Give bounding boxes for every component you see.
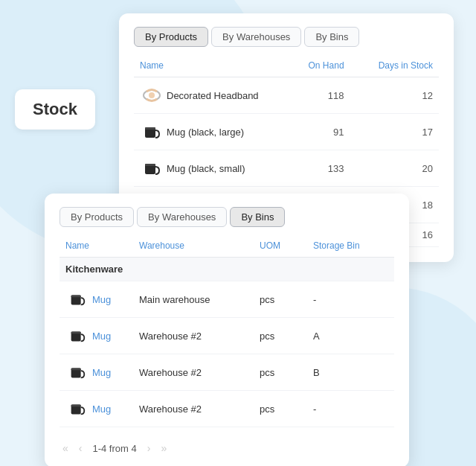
onhand-val: 118 xyxy=(286,77,350,114)
table-row: Mug (black, large) 91 17 xyxy=(134,114,439,150)
tab-by-warehouses-front[interactable]: By Warehouses xyxy=(137,207,227,227)
svg-rect-5 xyxy=(145,164,155,166)
days-val: 12 xyxy=(350,77,439,114)
uom-cell: pcs xyxy=(254,318,307,354)
table-row: Mug Warehouse #2 pcs - xyxy=(60,391,394,427)
onhand-val: 91 xyxy=(286,114,350,150)
category-name: Kitchenware xyxy=(60,258,394,281)
col-uom-front: UOM xyxy=(254,237,307,258)
item-link-1[interactable]: Mug xyxy=(92,294,111,305)
item-link-3[interactable]: Mug xyxy=(92,367,111,378)
item-link-4[interactable]: Mug xyxy=(92,403,111,415)
col-onhand-back: On Hand xyxy=(286,57,350,77)
warehouse-cell: Main warehouse xyxy=(133,281,254,318)
product-name-cell: Mug (black, small) xyxy=(134,150,286,187)
warehouse-cell: Warehouse #2 xyxy=(133,318,254,354)
tab-by-products-front[interactable]: By Products xyxy=(60,207,134,227)
svg-rect-13 xyxy=(71,368,81,370)
last-page-button[interactable]: » xyxy=(158,441,170,456)
onhand-val: 133 xyxy=(286,150,350,187)
tab-by-warehouses-back[interactable]: By Warehouses xyxy=(211,27,301,47)
item-link-2[interactable]: Mug xyxy=(92,331,111,342)
mug-icon-row3 xyxy=(65,360,89,384)
first-page-button[interactable]: « xyxy=(60,441,71,456)
svg-rect-15 xyxy=(71,404,81,406)
item-name-cell: Mug xyxy=(60,354,133,391)
item-name-cell: Mug xyxy=(60,318,133,354)
table-row: Mug Main warehouse pcs - xyxy=(60,281,394,318)
uom-cell: pcs xyxy=(254,391,307,427)
warehouse-cell: Warehouse #2 xyxy=(133,354,254,391)
uom-cell: pcs xyxy=(254,281,307,318)
svg-point-1 xyxy=(149,92,155,98)
pagination: « ‹ 1-4 from 4 › » xyxy=(60,438,394,456)
col-bin-front: Storage Bin xyxy=(307,237,394,258)
uom-cell: pcs xyxy=(254,354,307,391)
category-row: Kitchenware xyxy=(60,258,394,281)
col-warehouse-front: Warehouse xyxy=(133,237,254,258)
item-name-cell: Mug xyxy=(60,391,133,427)
table-row: Mug Warehouse #2 pcs B xyxy=(60,354,394,391)
table-row: Mug Warehouse #2 pcs A xyxy=(60,318,394,354)
col-days-back: Days in Stock xyxy=(350,57,439,77)
next-page-button[interactable]: › xyxy=(144,441,154,456)
days-val: 20 xyxy=(350,150,439,187)
pagination-info: 1-4 from 4 xyxy=(92,443,136,454)
bin-cell: B xyxy=(307,354,394,391)
prev-page-button[interactable]: ‹ xyxy=(76,441,86,456)
bin-cell: - xyxy=(307,281,394,318)
mug-dark-icon-2 xyxy=(140,156,164,180)
mug-icon-row4 xyxy=(65,397,89,421)
col-name-back: Name xyxy=(134,57,286,77)
item-name-cell: Mug xyxy=(60,281,133,318)
back-tabs: By Products By Warehouses By Bins xyxy=(134,27,439,47)
table-row: Decorated Headband 118 12 xyxy=(134,77,439,114)
days-val: 17 xyxy=(350,114,439,150)
tab-by-bins-front[interactable]: By Bins xyxy=(230,207,285,227)
product-name-cell: Decorated Headband xyxy=(134,77,286,114)
bin-cell: A xyxy=(307,318,394,354)
stock-label: Stock xyxy=(15,89,95,130)
tab-by-products-back[interactable]: By Products xyxy=(134,27,208,47)
table-row: Mug (black, small) 133 20 xyxy=(134,150,439,187)
front-table: Name Warehouse UOM Storage Bin Kitchenwa… xyxy=(60,237,394,427)
tab-by-bins-back[interactable]: By Bins xyxy=(304,27,359,47)
col-name-front: Name xyxy=(60,237,133,258)
mug-icon-row2 xyxy=(65,324,89,348)
svg-rect-11 xyxy=(71,331,81,333)
svg-rect-3 xyxy=(145,127,155,130)
mug-dark-icon xyxy=(140,120,164,144)
warehouse-cell: Warehouse #2 xyxy=(133,391,254,427)
bin-cell: - xyxy=(307,391,394,427)
svg-rect-9 xyxy=(71,295,81,297)
front-tabs: By Products By Warehouses By Bins xyxy=(60,207,394,227)
mug-icon-row1 xyxy=(65,287,89,311)
card-front: By Products By Warehouses By Bins Name W… xyxy=(45,194,409,466)
headband-icon xyxy=(140,83,164,107)
product-name-cell: Mug (black, large) xyxy=(134,114,286,150)
